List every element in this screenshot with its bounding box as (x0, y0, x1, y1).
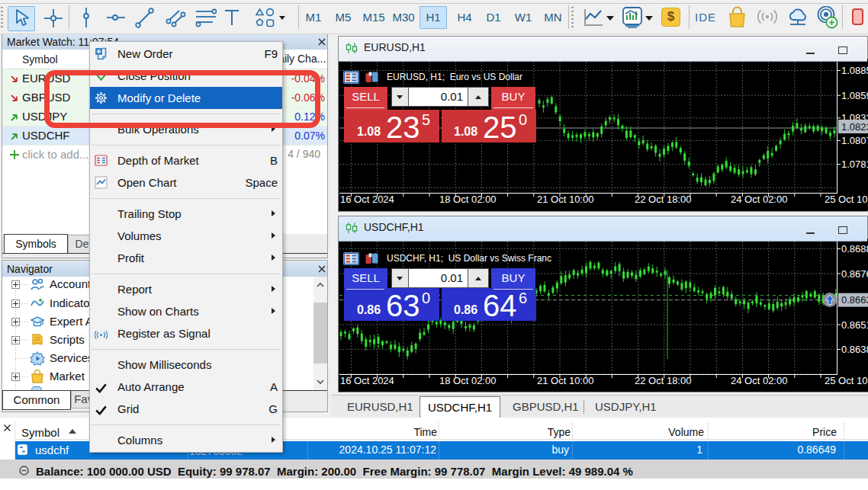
svg-text:18 Oct 02:00: 18 Oct 02:00 (439, 375, 496, 386)
svg-text:24 Oct 02:00: 24 Oct 02:00 (731, 194, 787, 205)
svg-text:25 Oct 10:00: 25 Oct 10:00 (825, 194, 868, 205)
svg-text:1.0807: 1.0807 (841, 135, 868, 146)
svg-text:21 Oct 10:00: 21 Oct 10:00 (537, 375, 593, 386)
svg-text:22 Oct 18:00: 22 Oct 18:00 (635, 375, 691, 386)
svg-text:24 Oct 02:00: 24 Oct 02:00 (731, 375, 787, 386)
svg-text:0.8676: 0.8676 (841, 268, 868, 280)
svg-text:16 Oct 2024: 16 Oct 2024 (340, 375, 394, 386)
svg-text:25 Oct 10:00: 25 Oct 10:00 (825, 375, 868, 386)
svg-text:22 Oct 18:00: 22 Oct 18:00 (635, 194, 691, 205)
svg-text:1.0781: 1.0781 (841, 159, 868, 170)
svg-text:0.8651: 0.8651 (841, 319, 868, 331)
svg-text:1.0859: 1.0859 (841, 90, 868, 101)
svg-text:1.0885: 1.0885 (841, 65, 868, 76)
svg-text:21 Oct 10:00: 21 Oct 10:00 (537, 194, 593, 205)
svg-text:0.8663: 0.8663 (841, 294, 868, 306)
svg-text:1.0823: 1.0823 (841, 121, 868, 133)
svg-text:16 Oct 2024: 16 Oct 2024 (340, 194, 394, 205)
svg-text:0.8638: 0.8638 (841, 344, 868, 355)
svg-text:18 Oct 02:00: 18 Oct 02:00 (439, 194, 496, 205)
svg-text:0.8688: 0.8688 (841, 243, 868, 255)
